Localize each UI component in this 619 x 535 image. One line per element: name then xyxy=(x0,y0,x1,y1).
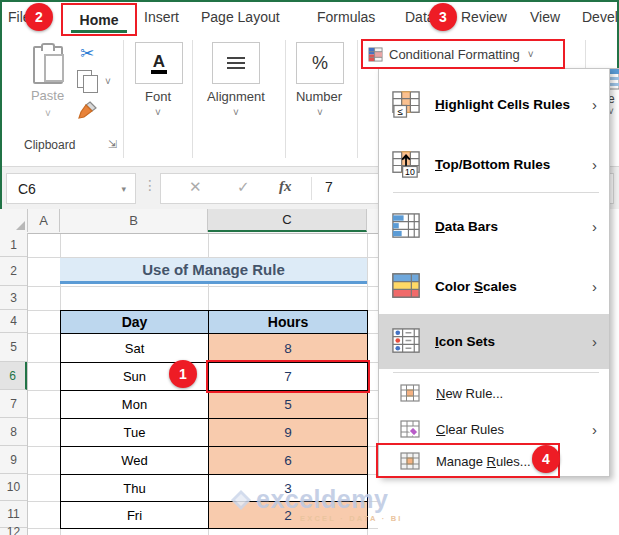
submenu-arrow-icon: › xyxy=(592,421,597,438)
tab-home[interactable]: Home xyxy=(61,3,137,36)
window-border-left xyxy=(0,0,2,209)
svg-text:≤: ≤ xyxy=(398,106,403,117)
menu-item-icon-sets[interactable]: Icon Sets › xyxy=(379,314,609,369)
row-header-8[interactable]: 8 xyxy=(0,418,27,446)
menu-item-new-rule[interactable]: New Rule... xyxy=(379,379,609,407)
menu-separator xyxy=(393,372,599,373)
row-header-6-selected[interactable]: 6 xyxy=(0,362,27,390)
cell-b10[interactable]: Thu xyxy=(61,475,209,502)
tab-developer[interactable]: Developer xyxy=(582,9,619,25)
top-bottom-rules-icon: 10 xyxy=(391,149,422,180)
name-box[interactable]: C6 ▾ xyxy=(6,173,136,204)
menu-item-color-scales[interactable]: Color Scales › xyxy=(379,264,609,308)
cell-b9[interactable]: Wed xyxy=(61,447,209,475)
column-headers: A B C xyxy=(0,209,378,234)
row-header-5[interactable]: 5 xyxy=(0,333,27,362)
clipboard-dialog-launcher[interactable]: ⇲ xyxy=(108,138,117,151)
font-group-button[interactable]: A xyxy=(135,42,183,84)
menu-item-label: New Rule... xyxy=(436,386,503,401)
column-header-b[interactable]: B xyxy=(60,209,208,232)
row-header-2[interactable]: 2 xyxy=(0,257,27,286)
row-header-7[interactable]: 7 xyxy=(0,390,27,418)
conditional-formatting-label: Conditional Formatting xyxy=(389,47,520,62)
row-header-12[interactable]: 12 xyxy=(0,528,27,535)
insert-function-icon[interactable]: fx xyxy=(279,178,292,195)
tab-insert[interactable]: Insert xyxy=(144,9,179,25)
formula-bar-value: 7 xyxy=(325,179,333,195)
cell-b11[interactable]: Fri xyxy=(61,502,209,529)
alignment-group-button[interactable] xyxy=(212,42,260,84)
group-divider xyxy=(192,40,193,158)
color-scales-icon xyxy=(391,271,422,302)
font-group-label: Font xyxy=(135,89,181,104)
conditional-formatting-icon xyxy=(368,47,383,62)
enter-icon[interactable]: ✓ xyxy=(237,178,250,196)
new-rule-icon xyxy=(400,383,420,403)
group-divider xyxy=(123,40,124,158)
annotation-step-1: 1 xyxy=(169,360,197,388)
clipboard-group-label: Clipboard xyxy=(24,138,88,152)
row-header-4[interactable]: 4 xyxy=(0,310,27,333)
cell-b5[interactable]: Sat xyxy=(61,334,209,363)
submenu-arrow-icon: › xyxy=(592,278,597,295)
group-divider xyxy=(285,40,286,158)
row-header-1[interactable]: 1 xyxy=(0,233,27,257)
cancel-icon[interactable]: ✕ xyxy=(189,178,202,196)
select-all-button[interactable] xyxy=(0,209,28,232)
select-all-triangle-icon xyxy=(16,221,25,230)
conditional-formatting-button[interactable]: Conditional Formatting ˅ xyxy=(361,39,565,69)
table-header-day[interactable]: Day xyxy=(61,311,209,334)
dots-separator-icon[interactable]: ⋮ xyxy=(143,177,157,193)
column-header-c-selected[interactable]: C xyxy=(208,209,367,232)
menu-item-top-bottom-rules[interactable]: 10 Top/Bottom Rules › xyxy=(379,142,609,186)
number-group-label: Number xyxy=(291,89,347,104)
menu-item-label: Data Bars xyxy=(435,219,498,234)
watermark-logo-icon xyxy=(230,489,252,511)
active-tab-underline xyxy=(71,30,127,33)
number-group-button[interactable]: % xyxy=(296,42,344,84)
tab-view[interactable]: View xyxy=(530,9,560,25)
svg-text:10: 10 xyxy=(405,166,415,176)
cell-b7[interactable]: Mon xyxy=(61,391,209,419)
group-divider xyxy=(357,40,358,158)
format-painter-icon xyxy=(76,98,100,122)
cell-c8[interactable]: 9 xyxy=(209,419,368,447)
cell-b8[interactable]: Tue xyxy=(61,419,209,447)
format-painter-button[interactable] xyxy=(76,98,100,126)
sheet-title: Use of Manage Rule xyxy=(142,261,285,278)
sheet-title-banner: Use of Manage Rule xyxy=(60,258,367,284)
table-header-hours[interactable]: Hours xyxy=(209,311,368,334)
tab-formulas[interactable]: Formulas xyxy=(317,9,375,25)
cell-c5[interactable]: 8 xyxy=(209,334,368,363)
menu-item-label: Highlight Cells Rules xyxy=(435,97,570,112)
fx-divider xyxy=(311,177,312,200)
row-headers: 1 2 3 4 5 6 7 8 9 10 11 12 xyxy=(0,233,28,535)
menu-item-highlight-cells-rules[interactable]: ≤ Highlight Cells Rules › xyxy=(379,82,609,126)
tab-page-layout[interactable]: Page Layout xyxy=(201,9,280,25)
window-border-top xyxy=(0,0,619,2)
excel-window: File Home Insert Page Layout Formulas Da… xyxy=(0,0,619,535)
chevron-down-icon: ˅ xyxy=(40,108,56,119)
submenu-arrow-icon: › xyxy=(592,218,597,235)
menu-item-label: Top/Bottom Rules xyxy=(435,157,550,172)
menu-item-label: Color Scales xyxy=(435,279,517,294)
tab-review[interactable]: Review xyxy=(461,9,507,25)
scissors-icon: ✂ xyxy=(80,44,94,63)
icon-sets-icon xyxy=(391,326,422,357)
row-header-3[interactable]: 3 xyxy=(0,286,27,310)
cut-button[interactable]: ✂ xyxy=(80,43,94,64)
column-header-a[interactable]: A xyxy=(28,209,60,232)
copy-icon-page2 xyxy=(83,75,98,93)
highlight-cells-rules-icon: ≤ xyxy=(391,89,422,120)
menu-separator xyxy=(393,192,599,193)
clear-rules-icon xyxy=(400,419,420,439)
data-bars-icon xyxy=(391,211,422,242)
row-header-9[interactable]: 9 xyxy=(0,446,27,474)
percent-icon: % xyxy=(312,53,328,74)
cell-c9[interactable]: 6 xyxy=(209,447,368,475)
row-header-10[interactable]: 10 xyxy=(0,474,27,501)
menu-item-clear-rules[interactable]: Clear Rules › xyxy=(379,415,609,443)
watermark-name: exceldemy xyxy=(256,485,388,514)
menu-item-data-bars[interactable]: Data Bars › xyxy=(379,204,609,248)
cell-c7[interactable]: 5 xyxy=(209,391,368,419)
